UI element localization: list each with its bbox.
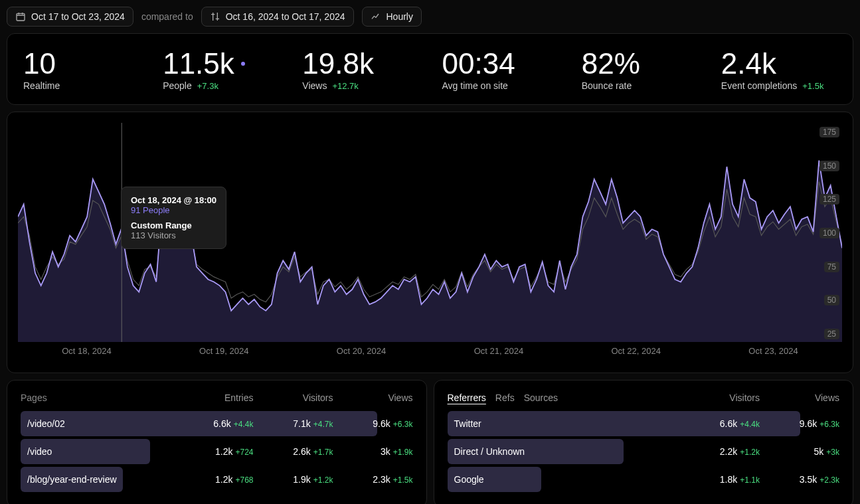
x-tick: Oct 19, 2024: [199, 346, 248, 356]
date-range-label: Oct 17 to Oct 23, 2024: [31, 11, 125, 22]
row-label: /video/02: [21, 418, 174, 429]
pages-header: Pages EntriesVisitorsViews: [21, 392, 413, 403]
cell-visitors: 1.8k+1.1k: [680, 474, 760, 485]
cell-visitors: 7.1k+4.7k: [254, 418, 333, 429]
y-axis-labels: 175150125100755025: [819, 127, 839, 339]
stat-label: Views: [302, 80, 327, 91]
table-row[interactable]: Direct / Unknown2.2k+1.2k5k+3k: [448, 439, 840, 464]
cell-entries: 1.2k+768: [174, 474, 254, 485]
chart-tooltip: Oct 18, 2024 @ 18:00 91 People Custom Ra…: [121, 187, 226, 249]
stat-value: 00:34: [442, 47, 515, 80]
stat-label: People: [163, 80, 192, 91]
stat-label: Event completions: [721, 80, 797, 91]
x-tick: Oct 22, 2024: [612, 346, 661, 356]
tooltip-time: Oct 18, 2024 @ 18:00: [131, 195, 216, 205]
tab-refs[interactable]: Refs: [495, 392, 515, 403]
x-tick: Oct 21, 2024: [474, 346, 523, 356]
cell-views: 3.5k+2.3k: [760, 474, 839, 485]
cell-views: 2.3k+1.5k: [333, 474, 413, 485]
pages-table: Pages EntriesVisitorsViews /video/026.6k…: [7, 380, 427, 504]
indicator-dot: [241, 62, 245, 66]
stat-value: 2.4k: [721, 47, 776, 80]
x-tick: Oct 20, 2024: [337, 346, 386, 356]
column-header: Entries: [174, 392, 254, 403]
table-row[interactable]: /blog/year-end-review1.2k+7681.9k+1.2k2.…: [21, 467, 413, 492]
chart-icon: [371, 11, 381, 22]
y-tick: 100: [819, 228, 839, 238]
y-tick: 125: [819, 194, 839, 205]
row-label: /blog/year-end-review: [21, 474, 174, 485]
granularity-picker[interactable]: Hourly: [362, 7, 422, 27]
column-header: Visitors: [680, 392, 760, 403]
stats-card: 10 Realtime 11.5k People+7.3k 19.8k View…: [7, 33, 853, 105]
y-tick: 150: [819, 161, 839, 171]
stat-value: 82%: [582, 47, 640, 80]
compare-range-picker[interactable]: Oct 16, 2024 to Oct 17, 2024: [201, 7, 354, 27]
stat-value: 11.5k: [163, 47, 234, 80]
cell-visitors: 2.2k+1.2k: [680, 446, 760, 457]
stat-label: Realtime: [23, 80, 60, 91]
x-axis-labels: Oct 18, 2024Oct 19, 2024Oct 20, 2024Oct …: [18, 342, 842, 356]
referrers-header: ReferrersRefsSources VisitorsViews: [448, 392, 840, 403]
stat-value: 10: [23, 47, 56, 80]
stat-delta: +1.5k: [802, 81, 823, 91]
column-header: Visitors: [254, 392, 333, 403]
cell-views: 3k+1.9k: [333, 446, 413, 457]
stat-people[interactable]: 11.5k People+7.3k: [153, 47, 288, 91]
compared-to-label: compared to: [141, 11, 193, 22]
granularity-label: Hourly: [387, 11, 413, 22]
compare-range-label: Oct 16, 2024 to Oct 17, 2024: [226, 11, 345, 22]
column-header: Views: [333, 392, 413, 403]
cell-visitors: 1.9k+1.2k: [254, 474, 333, 485]
stat-views[interactable]: 19.8k Views+12.7k: [293, 47, 427, 91]
stat-value: 19.8k: [302, 47, 374, 80]
y-tick: 75: [824, 262, 839, 272]
cell-entries: 6.6k+4.4k: [174, 418, 254, 429]
cell-views: 9.6k+6.3k: [333, 418, 413, 429]
cell-entries: 1.2k+724: [174, 446, 254, 457]
svg-rect-0: [17, 13, 25, 21]
tooltip-sub-label: Custom Range: [131, 220, 216, 230]
calendar-icon: [15, 11, 26, 22]
stat-label: Bounce rate: [582, 80, 632, 91]
stat-delta: +7.3k: [197, 81, 218, 91]
tab-referrers[interactable]: Referrers: [448, 392, 486, 403]
stat-avgtime[interactable]: 00:34 Avg time on site: [433, 47, 567, 91]
stat-label: Avg time on site: [442, 80, 508, 91]
tables-row: Pages EntriesVisitorsViews /video/026.6k…: [7, 380, 853, 504]
x-tick: Oct 23, 2024: [748, 346, 798, 356]
table-row[interactable]: /video/026.6k+4.4k7.1k+4.7k9.6k+6.3k: [21, 411, 413, 436]
y-tick: 25: [824, 329, 839, 339]
date-range-picker[interactable]: Oct 17 to Oct 23, 2024: [7, 7, 133, 27]
tooltip-sub-value: 113 Visitors: [131, 230, 216, 240]
column-header: Views: [760, 392, 839, 403]
cell-visitors: 2.6k+1.7k: [254, 446, 333, 457]
row-label: Twitter: [448, 418, 681, 429]
stat-events[interactable]: 2.4k Event completions+1.5k: [712, 47, 846, 91]
y-tick: 175: [819, 127, 839, 137]
stat-bounce[interactable]: 82% Bounce rate: [572, 47, 707, 91]
chart-area[interactable]: 175150125100755025 Oct 18, 2024Oct 19, 2…: [18, 123, 842, 362]
y-tick: 50: [824, 295, 839, 305]
cell-visitors: 6.6k+4.4k: [680, 418, 760, 429]
stat-realtime[interactable]: 10 Realtime: [14, 47, 148, 91]
stat-delta: +12.7k: [332, 81, 358, 91]
pages-title: Pages: [21, 392, 47, 403]
x-tick: Oct 18, 2024: [62, 346, 111, 356]
row-label: Direct / Unknown: [448, 446, 681, 457]
chart-card: 175150125100755025 Oct 18, 2024Oct 19, 2…: [7, 112, 853, 373]
toolbar: Oct 17 to Oct 23, 2024 compared to Oct 1…: [7, 7, 853, 27]
table-row[interactable]: /video1.2k+7242.6k+1.7k3k+1.9k: [21, 439, 413, 464]
referrers-table: ReferrersRefsSources VisitorsViews Twitt…: [434, 380, 854, 504]
tab-sources[interactable]: Sources: [524, 392, 558, 403]
row-label: /video: [21, 446, 174, 457]
cell-views: 9.6k+6.3k: [760, 418, 839, 429]
cell-views: 5k+3k: [760, 446, 839, 457]
table-row[interactable]: Twitter6.6k+4.4k9.6k+6.3k: [448, 411, 840, 436]
tooltip-main: 91 People: [131, 205, 216, 215]
compare-icon: [210, 11, 220, 22]
table-row[interactable]: Google1.8k+1.1k3.5k+2.3k: [448, 467, 840, 492]
row-label: Google: [448, 474, 681, 485]
